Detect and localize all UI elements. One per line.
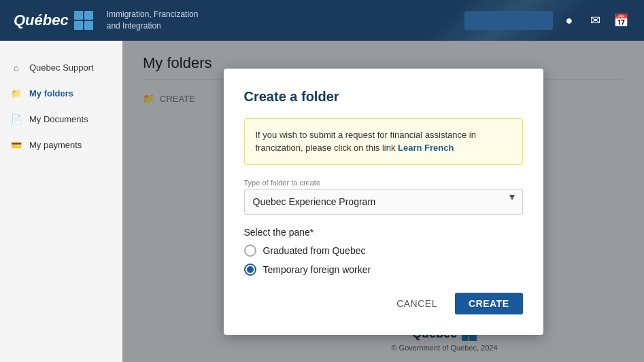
folder-type-select[interactable]: Quebec Experience Program (244, 189, 523, 215)
modal-title: Create a folder (244, 89, 523, 105)
modal-create-folder: Create a folder If you wish to submit a … (224, 69, 543, 335)
sidebar-item-my-folders[interactable]: 📁 My folders (0, 80, 122, 106)
folder-icon: 📁 (10, 87, 22, 99)
header-actions: ● ✉ 📅 (464, 11, 630, 30)
logo: Québec (14, 11, 93, 30)
logo-squares (74, 11, 93, 30)
radio-graduated[interactable]: Graduated from Quebec (244, 245, 523, 257)
radio-inner-temporary (247, 266, 254, 273)
folder-type-dropdown-wrapper: Type of folder to create Quebec Experien… (244, 179, 523, 215)
radio-circle-graduated (244, 245, 256, 257)
header: Québec Immigration, Francization and Int… (0, 0, 644, 41)
mail-icon[interactable]: ✉ (586, 11, 605, 30)
logo-square-3 (74, 21, 83, 30)
sidebar-item-label: My Documents (29, 114, 88, 124)
logo-square-1 (74, 11, 83, 20)
main-layout: ⌂ Quebec Support 📁 My folders 📄 My Docum… (0, 41, 644, 362)
logo-square-4 (84, 21, 93, 30)
radio-label-graduated: Graduated from Quebec (263, 245, 366, 256)
sidebar-item-label: Quebec Support (29, 62, 94, 73)
radio-circle-temporary (244, 264, 256, 276)
dropdown-label: Type of folder to create (244, 179, 523, 187)
content-area: My folders 📁 CREATE Create a folder If y… (122, 41, 644, 362)
home-icon: ⌂ (10, 61, 22, 73)
sidebar-item-label: My payments (29, 140, 82, 150)
cancel-button[interactable]: CANCEL (386, 293, 448, 314)
sidebar-item-quebec-support[interactable]: ⌂ Quebec Support (0, 54, 122, 80)
user-icon[interactable]: ● (560, 11, 579, 30)
radio-temporary[interactable]: Temporary foreign worker (244, 264, 523, 276)
calendar-icon[interactable]: 📅 (611, 11, 630, 30)
sidebar: ⌂ Quebec Support 📁 My folders 📄 My Docum… (0, 41, 122, 362)
learn-french-link[interactable]: Learn French (398, 143, 454, 153)
payment-icon: 💳 (10, 139, 22, 151)
header-subtitle: Immigration, Francization and Integratio… (107, 9, 199, 32)
modal-buttons: CANCEL CREATE (244, 293, 523, 314)
create-button[interactable]: CREATE (455, 293, 523, 314)
logo-text: Québec (14, 12, 69, 29)
search-input[interactable] (464, 11, 553, 30)
radio-label-temporary: Temporary foreign worker (263, 264, 371, 275)
sidebar-item-label: My folders (29, 88, 73, 98)
info-box: If you wish to submit a request for fina… (244, 118, 523, 165)
modal-overlay: Create a folder If you wish to submit a … (122, 41, 644, 362)
logo-square-2 (84, 11, 93, 20)
radio-group-label: Select the pane* (244, 227, 523, 238)
sidebar-item-my-payments[interactable]: 💳 My payments (0, 132, 122, 158)
sidebar-item-my-documents[interactable]: 📄 My Documents (0, 106, 122, 132)
document-icon: 📄 (10, 113, 22, 125)
